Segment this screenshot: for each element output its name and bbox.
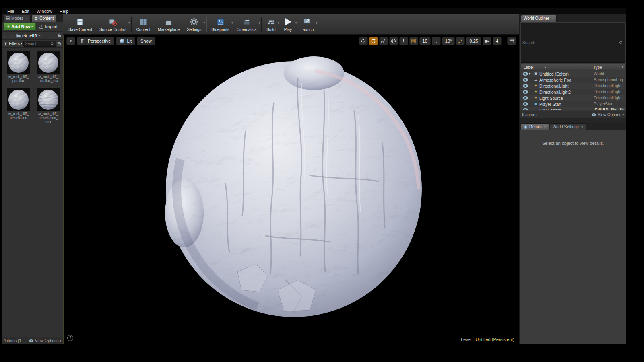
content-button[interactable]: Content — [133, 15, 154, 34]
panel-splitter[interactable] — [520, 118, 626, 123]
source-control-label: Source Control — [99, 27, 126, 32]
lock-icon[interactable] — [58, 33, 61, 38]
blueprints-button[interactable]: Blueprints ▾ — [208, 15, 233, 34]
play-button[interactable]: Play ▾ — [279, 15, 297, 34]
content-browser-footer: 4 items (1 View Options ▾ — [2, 337, 63, 344]
column-options-icon[interactable]: ▾ — [622, 66, 623, 69]
save-current-button[interactable]: Save Current — [65, 15, 96, 34]
viewport-options-button[interactable]: ▼ — [66, 37, 75, 45]
asset-name: M_rock_cliff_ parallax — [8, 75, 29, 83]
visibility-eye-icon[interactable] — [523, 78, 528, 82]
perspective-icon — [80, 39, 86, 44]
visibility-eye-icon[interactable] — [523, 90, 528, 94]
breadcrumb-caret-icon[interactable]: ▸ — [39, 34, 41, 37]
asset-tile[interactable]: M_rock_cliff_ tessellation — [4, 88, 33, 124]
level-viewport[interactable]: ▼ Perspective Lit Show — [63, 35, 519, 344]
asset-search-input[interactable] — [25, 41, 50, 46]
rotation-snap-value[interactable]: 10° — [442, 37, 455, 45]
details-tab-row: Details × World Settings × — [520, 123, 626, 130]
sky-sphere-icon: ● — [533, 108, 539, 110]
launch-button[interactable]: Launch ▾ — [297, 15, 317, 34]
edit-blueprint-link[interactable]: Edit BP_Sky_Sp — [594, 108, 625, 110]
breadcrumb[interactable]: ck_cliff — [22, 33, 37, 38]
import-button[interactable]: Import — [38, 23, 59, 30]
camera-speed-value[interactable]: 4 — [493, 37, 502, 45]
details-close-icon[interactable]: × — [544, 125, 546, 129]
visibility-eye-icon[interactable] — [523, 102, 528, 106]
outliner-view-options-button[interactable]: View Options ▾ — [591, 113, 624, 117]
cb-view-options-button[interactable]: View Options ▾ — [29, 339, 61, 343]
scale-snap-toggle-button[interactable] — [456, 37, 465, 45]
camera-icon — [484, 39, 489, 44]
asset-tile[interactable]: M_rock_cliff_ parallax_Inst — [34, 51, 62, 83]
tab-world-settings[interactable]: World Settings × — [550, 123, 586, 130]
menu-edit[interactable]: Edit — [18, 8, 33, 14]
save-search-icon[interactable] — [57, 42, 61, 46]
grid-snap-toggle-button[interactable] — [409, 37, 418, 45]
menu-help[interactable]: Help — [56, 8, 72, 14]
surface-snapping-button[interactable] — [399, 37, 408, 45]
show-label: Show — [140, 39, 152, 43]
help-button[interactable]: ? — [67, 335, 73, 341]
level-label: Level: — [461, 337, 473, 342]
scale-tool-button[interactable] — [379, 37, 388, 45]
outliner-row[interactable]: ◉ Player Start PlayerStart — [521, 101, 625, 107]
asset-tile[interactable]: M_rock_cliff_ tessellation_ Inst — [34, 88, 62, 124]
asset-name: M_rock_cliff_ tessellation — [8, 112, 29, 120]
tab-modes-close-icon[interactable]: × — [26, 16, 28, 21]
actor-count: 9 actors — [522, 113, 537, 117]
cb-view-options-caret-icon: ▾ — [60, 339, 61, 343]
outliner-row[interactable]: ☀ DirectionalLight DirectionalLight — [521, 83, 625, 89]
visibility-eye-icon[interactable] — [523, 96, 528, 100]
settings-label: Settings — [187, 27, 201, 32]
world-outliner-close-icon[interactable]: × — [552, 16, 554, 21]
outliner-search-input[interactable] — [522, 41, 619, 45]
tab-modes[interactable]: Modes × — [3, 15, 31, 22]
tab-details[interactable]: Details × — [521, 123, 549, 130]
menu-file[interactable]: File — [4, 8, 18, 14]
items-count: 4 items (1 — [4, 339, 21, 343]
scale-snap-value[interactable]: 0,25 — [466, 37, 481, 45]
level-value[interactable]: Untitled (Persistent) — [475, 337, 514, 342]
filters-dropdown[interactable]: Filters ▾ — [9, 41, 22, 46]
menu-window[interactable]: Window — [33, 8, 56, 14]
rotate-tool-button[interactable] — [369, 37, 378, 45]
outliner-row[interactable]: ● Sky Sphere Edit BP_Sky_Sp — [521, 107, 625, 110]
tab-content[interactable]: Content — [31, 15, 56, 22]
tab-world-outliner[interactable]: World Outliner × — [521, 15, 557, 22]
camera-speed-button[interactable] — [483, 37, 491, 45]
rotation-snap-toggle-button[interactable] — [432, 37, 441, 45]
forward-arrow-icon[interactable]: → — [10, 33, 14, 38]
content-browser-icon — [34, 16, 38, 20]
blueprints-label: Blueprints — [211, 27, 229, 32]
outliner-row[interactable]: ☀ Light Source DirectionalLight — [521, 95, 625, 101]
label-column-header[interactable]: Label — [524, 65, 533, 70]
cinematics-clapper-icon — [242, 16, 251, 27]
maximize-viewport-button[interactable] — [507, 37, 516, 45]
visibility-eye-icon[interactable] — [523, 72, 528, 76]
source-control-button[interactable]: Source Control ▾ — [96, 15, 130, 34]
translate-icon — [361, 39, 366, 44]
type-column-header[interactable]: Type — [593, 65, 602, 70]
outliner-row[interactable]: ▾ ▣ Untitled (Editor) World — [521, 71, 625, 77]
visibility-eye-icon[interactable] — [523, 108, 528, 110]
expand-caret-icon[interactable]: ▾ — [529, 72, 533, 76]
marketplace-button[interactable]: Marketplace — [154, 15, 183, 34]
cinematics-button[interactable]: Cinematics ▾ — [233, 15, 260, 34]
back-arrow-icon[interactable]: ← — [4, 33, 8, 38]
asset-tile[interactable]: M_rock_cliff_ parallax — [4, 51, 33, 83]
visibility-eye-icon[interactable] — [523, 84, 528, 88]
outliner-row[interactable]: ☁ Atmospheric Fog AtmosphericFog — [521, 77, 625, 83]
settings-button[interactable]: Settings ▾ — [183, 15, 205, 34]
world-local-toggle-button[interactable] — [389, 37, 398, 45]
translate-tool-button[interactable] — [359, 37, 368, 45]
perspective-button[interactable]: Perspective — [77, 37, 114, 45]
show-flags-button[interactable]: Show — [137, 37, 155, 45]
lit-mode-button[interactable]: Lit — [116, 37, 135, 45]
outliner-row[interactable]: ☀ DirectionalLight2 DirectionalLight — [521, 89, 625, 95]
add-new-button[interactable]: Add New ▾ — [4, 23, 36, 30]
build-button[interactable]: Build ▾ — [263, 15, 279, 34]
details-empty-message: Select an object to view details. — [542, 141, 604, 146]
grid-snap-value[interactable]: 10 — [419, 37, 431, 45]
world-settings-close-icon[interactable]: × — [581, 125, 583, 129]
